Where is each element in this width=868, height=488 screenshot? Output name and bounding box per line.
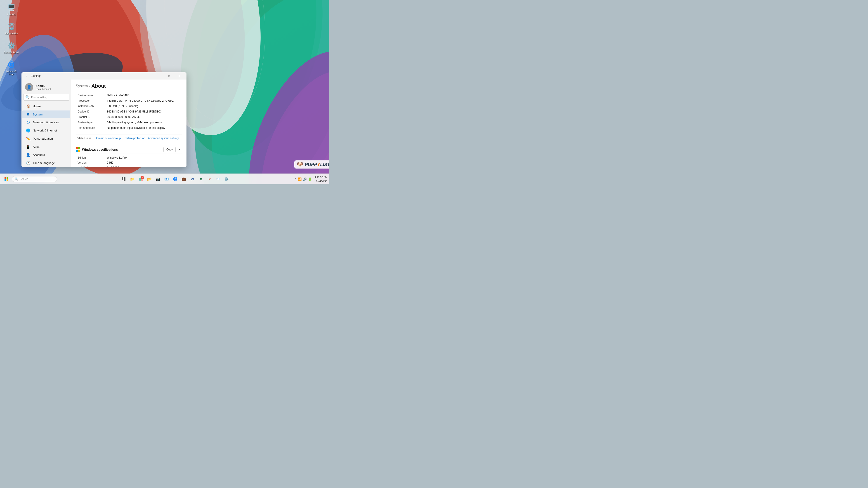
win-logo-blue	[76, 150, 78, 152]
briefcase-button[interactable]: 💼	[180, 175, 188, 183]
installed-value: 6/11/2024	[105, 165, 182, 167]
sidebar-item-time-label: Time & language	[33, 161, 55, 165]
wifi-icon[interactable]: 📶	[298, 177, 302, 181]
installed-row: Installed on 6/11/2024	[76, 165, 182, 167]
camera-button[interactable]: 📷	[154, 175, 162, 183]
collapse-button[interactable]: ∧	[177, 147, 182, 152]
taskbar-search-input[interactable]	[20, 177, 49, 181]
window-titlebar: ← Settings − □ ✕	[22, 72, 186, 79]
microsoft-edge-label: Microsoft Edge	[3, 70, 20, 75]
taskbar-right: ^ 📶 🔊 🔋 4:11:57 PM 6/11/2024	[293, 175, 329, 183]
apps-icon: 📱	[26, 144, 31, 149]
file-explorer2-icon: 📂	[147, 177, 152, 181]
device-name-value: Dell-Latitude-7480	[105, 93, 182, 98]
settings-taskbar-button[interactable]: ⚙️	[223, 175, 231, 183]
clock-time: 4:11:57 PM	[315, 175, 327, 179]
taskbar-search-icon: 🔍	[15, 177, 18, 181]
battery-icon[interactable]: 🔋	[308, 177, 312, 181]
bluetooth-icon: ⬡	[26, 120, 31, 125]
edge-button[interactable]: 🌀	[171, 175, 179, 183]
network-icon: 🌐	[26, 128, 31, 133]
svg-rect-21	[124, 177, 125, 179]
installed-label: Installed on	[76, 165, 105, 167]
device-id-row: Device ID 860B8486-A5E8-4C41-9A83-58133F…	[76, 109, 182, 114]
pen-touch-row: Pen and touch No pen or touch input is a…	[76, 125, 182, 131]
camera-icon: 📷	[156, 177, 160, 181]
close-button[interactable]: ✕	[174, 72, 185, 79]
window-title: Settings	[31, 74, 41, 77]
ram-label: Installed RAM	[76, 103, 105, 109]
taskbar-left: 🔍	[0, 175, 57, 184]
clock[interactable]: 4:11:57 PM 6/11/2024	[315, 175, 327, 183]
sidebar-item-apps[interactable]: 📱 Apps	[22, 143, 70, 151]
mail-button[interactable]: 📧	[162, 175, 170, 183]
sidebar-item-personalization[interactable]: ✏️ Personalization	[22, 135, 70, 142]
protection-link[interactable]: System protection	[123, 136, 146, 140]
sidebar-item-bluetooth[interactable]: ⬡ Bluetooth & devices	[22, 119, 70, 126]
recycle-bin-label: Recycle Bin	[5, 32, 18, 35]
microsoft-edge-icon: 🌀	[7, 60, 16, 69]
ram-value: 8.00 GB (7.89 GB usable)	[105, 103, 182, 109]
store-button[interactable]: 🛍️ 1	[137, 175, 145, 183]
svg-rect-17	[6, 177, 8, 179]
settings-window: ← Settings − □ ✕ 👤 Admin Local Account 🔍	[22, 72, 186, 167]
sidebar-item-system[interactable]: 🖥 System	[22, 110, 70, 118]
titlebar-left: ← Settings	[24, 73, 41, 78]
svg-rect-22	[124, 179, 125, 181]
personalization-icon: ✏️	[26, 136, 31, 141]
sidebar-item-personalization-label: Personalization	[33, 137, 53, 140]
version-label: Version	[76, 160, 105, 165]
maximize-button[interactable]: □	[164, 72, 174, 79]
file-explorer2-button[interactable]: 📂	[145, 175, 153, 183]
word-button[interactable]: W	[188, 175, 196, 183]
excel-button[interactable]: X	[197, 175, 205, 183]
product-id-value: 00330-80000-00000-AA043	[105, 114, 182, 120]
sidebar-item-time[interactable]: 🕐 Time & language	[22, 159, 70, 167]
svg-rect-16	[4, 177, 6, 179]
task-view-button[interactable]	[120, 175, 128, 183]
copy-button[interactable]: Copy	[163, 147, 176, 152]
system-type-row: System type 64-bit operating system, x64…	[76, 120, 182, 125]
excel-icon: X	[200, 177, 202, 181]
powerpoint-button[interactable]: P	[206, 175, 214, 183]
taskbar-search[interactable]: 🔍	[12, 176, 57, 182]
back-button[interactable]: ←	[24, 73, 30, 78]
tray-chevron[interactable]: ^	[295, 178, 296, 180]
settings-search[interactable]: 🔍	[23, 94, 69, 101]
edition-value: Windows 11 Pro	[105, 155, 182, 160]
start-button[interactable]	[2, 175, 11, 184]
desktop-icon-microsoft-edge[interactable]: 🌀 Microsoft Edge	[2, 59, 20, 76]
edge-icon: 🌀	[173, 177, 178, 181]
domain-link[interactable]: Domain or workgroup	[94, 136, 122, 140]
advanced-link[interactable]: Advanced system settings	[147, 136, 180, 140]
sidebar-item-home[interactable]: 🏠 Home	[22, 102, 70, 110]
desktop-icon-control-panel[interactable]: ⚙️ Control Panel	[2, 40, 20, 55]
volume-icon[interactable]: 🔊	[303, 177, 307, 181]
pen-touch-value: No pen or touch input is available for t…	[105, 125, 182, 131]
settings-search-input[interactable]	[31, 96, 67, 99]
breadcrumb-current: About	[91, 83, 106, 89]
mail-icon: 📧	[164, 177, 169, 181]
main-content: System › About Device name Dell-Latitude…	[71, 79, 186, 167]
system-tray: ^ 📶 🔊 🔋	[293, 177, 314, 181]
svg-rect-18	[4, 180, 6, 181]
accounts-icon: 👤	[26, 153, 31, 157]
desktop-icon-this-pc[interactable]: 🖥️ This PC	[2, 2, 20, 17]
outlook-button[interactable]: 📨	[214, 175, 222, 183]
sidebar-item-accounts[interactable]: 👤 Accounts	[22, 151, 70, 159]
win-logo-green	[78, 147, 80, 149]
file-explorer-icon: 📁	[130, 177, 134, 181]
taskbar: 🔍 📁 🛍️ 1 📂 📷 📧	[0, 173, 329, 184]
processor-row: Processor Intel(R) Core(TM) i5-7300U CPU…	[76, 98, 182, 103]
desktop-icon-recycle-bin[interactable]: 🗑️ Recycle Bin	[2, 21, 20, 36]
breadcrumb-parent[interactable]: System	[76, 84, 88, 88]
sidebar-item-apps-label: Apps	[33, 145, 39, 149]
section-title-text: Windows specifications	[82, 148, 118, 151]
time-icon: 🕐	[26, 161, 31, 165]
word-icon: W	[191, 177, 194, 181]
file-explorer-button[interactable]: 📁	[128, 175, 136, 183]
minimize-button[interactable]: −	[153, 72, 164, 79]
svg-rect-20	[122, 177, 123, 180]
sidebar-item-network[interactable]: 🌐 Network & internet	[22, 127, 70, 134]
control-panel-label: Control Panel	[4, 51, 19, 54]
